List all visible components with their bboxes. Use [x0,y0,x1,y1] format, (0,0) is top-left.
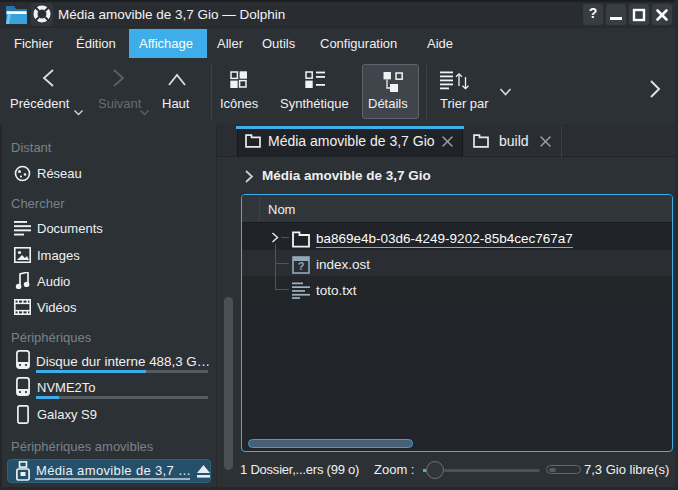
svg-text:?: ? [298,260,305,272]
